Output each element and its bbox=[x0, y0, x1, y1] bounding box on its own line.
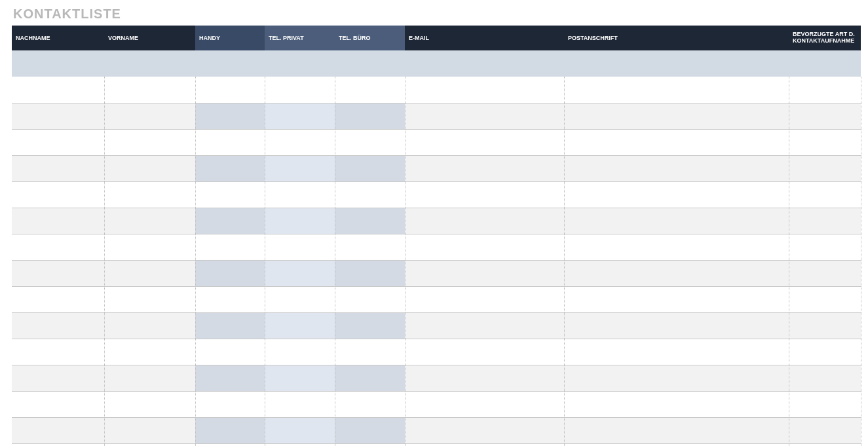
col-header-telprivat[interactable]: TEL. PRIVAT bbox=[265, 26, 335, 50]
cell-nachname[interactable] bbox=[12, 365, 104, 391]
cell-handy[interactable] bbox=[195, 365, 265, 391]
cell-handy[interactable] bbox=[195, 312, 265, 339]
table-row[interactable] bbox=[12, 286, 861, 312]
cell-post[interactable] bbox=[564, 208, 789, 234]
cell-nachname[interactable] bbox=[12, 286, 104, 312]
cell-post[interactable] bbox=[564, 443, 789, 446]
cell-email[interactable] bbox=[405, 391, 564, 417]
cell-telprivat[interactable] bbox=[265, 286, 335, 312]
cell-bevorzugt[interactable] bbox=[789, 234, 861, 260]
cell-vorname[interactable] bbox=[104, 77, 195, 103]
cell-post[interactable] bbox=[564, 417, 789, 443]
cell-post[interactable] bbox=[564, 365, 789, 391]
cell-telburo[interactable] bbox=[335, 391, 405, 417]
cell-vorname[interactable] bbox=[104, 339, 195, 365]
cell-telprivat[interactable] bbox=[265, 339, 335, 365]
table-row[interactable] bbox=[12, 365, 861, 391]
cell-nachname[interactable] bbox=[12, 312, 104, 339]
cell-handy[interactable] bbox=[195, 443, 265, 446]
cell-nachname[interactable] bbox=[12, 208, 104, 234]
cell-vorname[interactable] bbox=[104, 443, 195, 446]
cell-telprivat[interactable] bbox=[265, 181, 335, 208]
table-row[interactable] bbox=[12, 155, 861, 181]
cell-email[interactable] bbox=[405, 260, 564, 286]
cell-nachname[interactable] bbox=[12, 77, 104, 103]
cell-bevorzugt[interactable] bbox=[789, 443, 861, 446]
cell-telburo[interactable] bbox=[335, 443, 405, 446]
cell-handy[interactable] bbox=[195, 181, 265, 208]
cell-email[interactable] bbox=[405, 417, 564, 443]
cell-handy[interactable] bbox=[195, 260, 265, 286]
cell-bevorzugt[interactable] bbox=[789, 208, 861, 234]
table-row[interactable] bbox=[12, 260, 861, 286]
table-row[interactable] bbox=[12, 312, 861, 339]
table-row[interactable] bbox=[12, 77, 861, 103]
cell-telburo[interactable] bbox=[335, 417, 405, 443]
table-row[interactable] bbox=[12, 417, 861, 443]
cell-bevorzugt[interactable] bbox=[789, 129, 861, 155]
cell-post[interactable] bbox=[564, 286, 789, 312]
cell-email[interactable] bbox=[405, 339, 564, 365]
cell-nachname[interactable] bbox=[12, 260, 104, 286]
cell-nachname[interactable] bbox=[12, 391, 104, 417]
cell-vorname[interactable] bbox=[104, 155, 195, 181]
cell-telprivat[interactable] bbox=[265, 443, 335, 446]
cell-handy[interactable] bbox=[195, 77, 265, 103]
cell-email[interactable] bbox=[405, 312, 564, 339]
cell-post[interactable] bbox=[564, 77, 789, 103]
cell-nachname[interactable] bbox=[12, 443, 104, 446]
cell-email[interactable] bbox=[405, 234, 564, 260]
cell-telburo[interactable] bbox=[335, 181, 405, 208]
cell-email[interactable] bbox=[405, 103, 564, 129]
cell-post[interactable] bbox=[564, 234, 789, 260]
cell-handy[interactable] bbox=[195, 339, 265, 365]
cell-nachname[interactable] bbox=[12, 181, 104, 208]
cell-telprivat[interactable] bbox=[265, 103, 335, 129]
cell-vorname[interactable] bbox=[104, 208, 195, 234]
cell-handy[interactable] bbox=[195, 286, 265, 312]
cell-handy[interactable] bbox=[195, 103, 265, 129]
table-row[interactable] bbox=[12, 181, 861, 208]
cell-bevorzugt[interactable] bbox=[789, 339, 861, 365]
cell-bevorzugt[interactable] bbox=[789, 365, 861, 391]
cell-bevorzugt[interactable] bbox=[789, 77, 861, 103]
cell-vorname[interactable] bbox=[104, 312, 195, 339]
cell-vorname[interactable] bbox=[104, 391, 195, 417]
cell-nachname[interactable] bbox=[12, 129, 104, 155]
cell-post[interactable] bbox=[564, 312, 789, 339]
cell-telprivat[interactable] bbox=[265, 234, 335, 260]
cell-telprivat[interactable] bbox=[265, 365, 335, 391]
table-row[interactable] bbox=[12, 339, 861, 365]
col-header-vorname[interactable]: VORNAME bbox=[104, 26, 195, 50]
cell-telprivat[interactable] bbox=[265, 260, 335, 286]
cell-vorname[interactable] bbox=[104, 181, 195, 208]
cell-post[interactable] bbox=[564, 391, 789, 417]
cell-nachname[interactable] bbox=[12, 234, 104, 260]
cell-telburo[interactable] bbox=[335, 260, 405, 286]
col-header-bevorzugt[interactable]: BEVORZUGTE ART D. KONTAKTAUFNAHME bbox=[789, 26, 861, 50]
cell-email[interactable] bbox=[405, 365, 564, 391]
table-row[interactable] bbox=[12, 129, 861, 155]
col-header-nachname[interactable]: NACHNAME bbox=[12, 26, 104, 50]
cell-telburo[interactable] bbox=[335, 365, 405, 391]
cell-post[interactable] bbox=[564, 103, 789, 129]
col-header-handy[interactable]: HANDY bbox=[195, 26, 265, 50]
cell-email[interactable] bbox=[405, 181, 564, 208]
cell-handy[interactable] bbox=[195, 391, 265, 417]
cell-telprivat[interactable] bbox=[265, 208, 335, 234]
cell-telburo[interactable] bbox=[335, 312, 405, 339]
cell-bevorzugt[interactable] bbox=[789, 417, 861, 443]
cell-vorname[interactable] bbox=[104, 365, 195, 391]
cell-telburo[interactable] bbox=[335, 77, 405, 103]
cell-vorname[interactable] bbox=[104, 129, 195, 155]
cell-nachname[interactable] bbox=[12, 103, 104, 129]
cell-post[interactable] bbox=[564, 339, 789, 365]
cell-post[interactable] bbox=[564, 181, 789, 208]
cell-telprivat[interactable] bbox=[265, 129, 335, 155]
cell-email[interactable] bbox=[405, 155, 564, 181]
col-header-telburo[interactable]: TEL. BÜRO bbox=[335, 26, 405, 50]
cell-email[interactable] bbox=[405, 77, 564, 103]
cell-telburo[interactable] bbox=[335, 339, 405, 365]
cell-bevorzugt[interactable] bbox=[789, 391, 861, 417]
cell-email[interactable] bbox=[405, 443, 564, 446]
